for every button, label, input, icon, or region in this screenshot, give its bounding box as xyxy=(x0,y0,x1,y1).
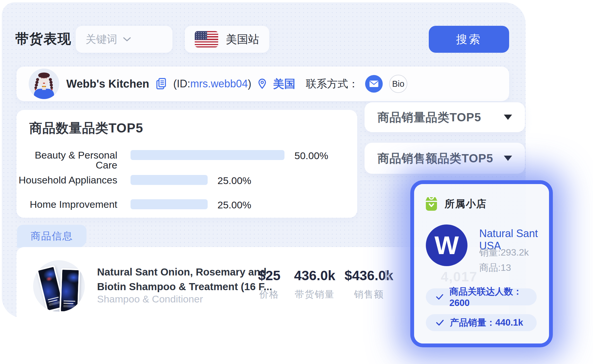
stat-label: 销售额 xyxy=(345,288,393,301)
stat-label: 带货销量 xyxy=(294,288,336,301)
chevron-down-icon xyxy=(123,37,131,42)
dropdown-sales-volume-top5[interactable]: 商品销量品类TOP5 xyxy=(365,102,525,132)
contact-label: 联系方式： xyxy=(306,77,359,91)
woman-avatar-illustration xyxy=(29,69,59,99)
check-icon xyxy=(436,294,443,300)
bar xyxy=(131,175,208,185)
stat-price: $25 价格 xyxy=(258,268,281,301)
metric-product-sales: 产品销量：440.1k xyxy=(426,314,537,331)
stat-value: 436.0k xyxy=(294,268,336,283)
shop-avatar: W xyxy=(426,224,467,266)
product-bottle-right xyxy=(59,268,80,312)
page-title: 带货表现 xyxy=(15,30,72,48)
bio-badge[interactable]: Bio xyxy=(389,75,407,93)
shop-bag-icon xyxy=(425,197,438,211)
search-button[interactable]: 搜索 xyxy=(429,26,509,53)
profile-bar: Webb's Kitchen (ID:mrs.webb04) 美国 联系方式： xyxy=(16,67,509,101)
shop-overlay-card: 所属小店 W Natural Sant USA 销量:293.2k 商品:13 … xyxy=(414,184,549,343)
stat-sales-volume: 436.0k 带货销量 xyxy=(294,268,336,301)
site-select[interactable]: 美国站 xyxy=(185,26,269,53)
copy-icon[interactable] xyxy=(156,78,167,90)
product-title[interactable]: Natural Sant Onion, Rosemary and Biotin … xyxy=(97,265,272,294)
shop-owner-name: Webb's Kitchen xyxy=(66,78,149,90)
stat-value: $25 xyxy=(258,268,281,283)
caret-down-icon xyxy=(504,115,512,120)
shop-card-header: 所属小店 xyxy=(425,197,487,211)
bar-value: 50.00% xyxy=(294,150,328,162)
product-category: Shampoo & Conditioner xyxy=(97,293,203,305)
metric-text: 产品销量：440.1k xyxy=(450,317,523,329)
avatar xyxy=(29,69,59,99)
keyword-placeholder: 关键词 xyxy=(86,32,117,47)
caret-down-icon xyxy=(504,156,512,161)
bar-label: Household Appliances xyxy=(12,175,117,185)
dropdown-label: 商品销量品类TOP5 xyxy=(377,109,481,125)
metric-linked-creators: 商品关联达人数：2600 xyxy=(426,288,537,305)
shop-product-count: 商品:13 xyxy=(479,261,511,274)
metric-text: 商品关联达人数：2600 xyxy=(449,285,537,308)
check-icon xyxy=(436,319,444,326)
product-image xyxy=(33,260,85,312)
user-id-value[interactable]: mrs.webb04 xyxy=(190,78,248,90)
us-flag-icon xyxy=(195,31,218,47)
email-contact-button[interactable] xyxy=(365,75,383,93)
bar xyxy=(131,150,284,160)
tab-product-info[interactable]: 商品信息 xyxy=(17,225,87,248)
mail-icon xyxy=(369,80,379,87)
site-label: 美国站 xyxy=(226,32,259,47)
chart-title: 商品数量品类TOP5 xyxy=(29,120,143,137)
location-pin-icon xyxy=(258,78,267,89)
shop-card-title: 所属小店 xyxy=(445,197,487,211)
dropdown-sales-amount-top5[interactable]: 商品销售额品类TOP5 xyxy=(365,143,525,174)
stat-label: 价格 xyxy=(258,288,281,301)
keyword-select[interactable]: 关键词 xyxy=(76,26,172,53)
shop-sales: 销量:293.2k xyxy=(479,246,529,259)
bar xyxy=(131,199,208,209)
bar-value: 25.00% xyxy=(218,199,251,211)
screenshot-canvas: 带货表现 关键词 美国站 搜索 xyxy=(0,0,593,364)
bar-label: Beauty & Personal Care xyxy=(12,150,117,160)
dropdown-label: 商品销售额品类TOP5 xyxy=(377,150,493,166)
country-label: 美国 xyxy=(273,76,295,91)
user-id: (ID:mrs.webb04) xyxy=(173,78,251,90)
bar-value: 25.00% xyxy=(218,175,251,187)
bar-label: Home Improvement xyxy=(12,199,117,209)
occluded-stat-suffix: k xyxy=(384,268,392,283)
